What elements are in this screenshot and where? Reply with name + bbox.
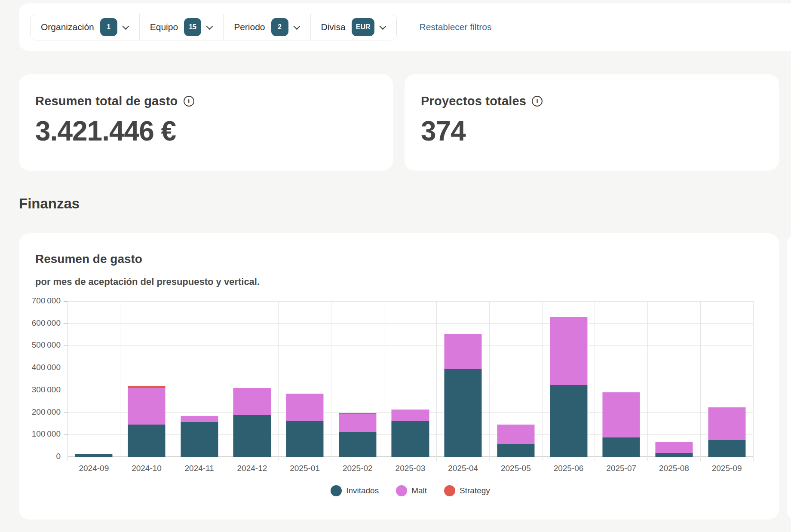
bar-segment-malt[interactable] [339, 414, 376, 432]
bar-column-2025-09 [700, 301, 753, 457]
plot-area: 0100 000200 000300 000400 000500 000600 … [67, 301, 753, 457]
bar-segment-malt[interactable] [497, 425, 534, 444]
bar-segment-invitados[interactable] [392, 421, 429, 457]
bar-segment-malt[interactable] [603, 392, 640, 437]
bar-segment-invitados[interactable] [233, 415, 271, 457]
bar-segment-malt[interactable] [392, 410, 429, 421]
bar-column-2024-10 [120, 301, 173, 457]
x-axis-label: 2025-09 [700, 464, 753, 473]
filter-bar: Organización1Equipo15Periodo2DivisaEUR R… [19, 3, 791, 51]
x-axis-label: 2024-11 [173, 464, 226, 473]
filter-count-badge: EUR [352, 18, 375, 36]
bar-segment-invitados[interactable] [603, 437, 640, 457]
bar-segment-invitados[interactable] [445, 369, 482, 457]
bar-column-2025-07 [595, 301, 648, 457]
filter-count-badge: 1 [100, 18, 117, 36]
y-axis-label: 300 000 [32, 385, 61, 394]
filter-equipo[interactable]: Equipo15 [140, 14, 224, 40]
reset-filters-link[interactable]: Restablecer filtros [419, 22, 491, 32]
bar-stack [233, 388, 271, 457]
legend-swatch-icon [396, 485, 407, 496]
legend-item-invitados[interactable]: Invitados [331, 485, 379, 496]
x-axis-label: 2024-12 [226, 464, 279, 473]
x-axis-label: 2025-03 [384, 464, 437, 473]
bar-stack [497, 425, 534, 457]
bar-stack [286, 394, 324, 457]
section-title-finanzas: Finanzas [19, 196, 791, 212]
total-spend-card: Resumen total de gasto i 3.421.446 € [19, 74, 393, 171]
filter-label: Periodo [234, 22, 265, 32]
total-projects-title: Proyectos totales [421, 94, 526, 108]
legend-label: Strategy [460, 486, 490, 495]
filter-divisa[interactable]: DivisaEUR [311, 14, 397, 40]
filter-group: Organización1Equipo15Periodo2DivisaEUR [30, 14, 397, 40]
filter-periodo[interactable]: Periodo2 [224, 14, 310, 40]
bars-layer [67, 301, 753, 457]
x-axis-label: 2025-04 [437, 464, 490, 473]
info-icon[interactable]: i [184, 96, 194, 107]
bar-segment-malt[interactable] [128, 388, 165, 424]
bar-column-2024-12 [226, 301, 279, 457]
bar-segment-invitados[interactable] [181, 422, 218, 457]
filter-label: Equipo [150, 22, 178, 32]
bar-segment-invitados[interactable] [655, 453, 693, 457]
legend-item-malt[interactable]: Malt [396, 485, 427, 496]
chevron-down-icon [293, 23, 300, 30]
total-projects-card: Proyectos totales i 374 [405, 74, 779, 171]
bar-column-2025-02 [331, 301, 384, 457]
bar-stack [655, 442, 693, 457]
bar-column-2025-01 [279, 301, 331, 457]
bar-stack [392, 410, 429, 457]
bar-column-2025-06 [542, 301, 595, 457]
bar-column-2024-11 [173, 301, 226, 457]
y-axis-label: 700 000 [32, 296, 61, 306]
bar-stack [181, 416, 218, 457]
filter-count-badge: 15 [184, 18, 201, 36]
bar-column-2024-09 [67, 301, 120, 457]
total-projects-value: 374 [421, 115, 779, 147]
legend-swatch-icon [444, 485, 455, 496]
filter-count-badge: 2 [271, 18, 288, 36]
bar-segment-invitados[interactable] [708, 440, 745, 457]
bar-segment-malt[interactable] [286, 394, 324, 421]
bar-segment-invitados[interactable] [550, 385, 587, 457]
bar-segment-invitados[interactable] [75, 454, 113, 457]
next-card-sliver [787, 234, 791, 520]
y-axis-label: 0 [56, 452, 61, 461]
legend-item-strategy[interactable]: Strategy [444, 485, 490, 496]
bar-column-2025-08 [648, 301, 701, 457]
spend-summary-chart-card: Resumen de gasto por mes de aceptación d… [19, 233, 779, 520]
bar-segment-invitados[interactable] [128, 425, 165, 457]
chart-subtitle: por mes de aceptación del presupuesto y … [35, 276, 762, 287]
x-axis-label: 2025-02 [331, 464, 384, 473]
summary-cards-row: Resumen total de gasto i 3.421.446 € Pro… [19, 74, 779, 171]
bar-segment-invitados[interactable] [339, 432, 376, 457]
info-icon[interactable]: i [532, 96, 543, 107]
bar-stack [445, 334, 482, 457]
chevron-down-icon [122, 23, 129, 30]
bar-segment-invitados[interactable] [497, 444, 534, 457]
filter-organizacion[interactable]: Organización1 [31, 14, 140, 40]
bar-segment-malt[interactable] [181, 416, 218, 422]
y-axis-label: 500 000 [32, 340, 61, 350]
y-axis-label: 100 000 [32, 429, 61, 439]
y-axis-label: 600 000 [32, 318, 61, 328]
bar-segment-malt[interactable] [233, 388, 271, 415]
chart-legend: InvitadosMaltStrategy [67, 485, 753, 496]
legend-label: Malt [411, 486, 427, 495]
bar-stack [550, 317, 587, 457]
total-spend-value: 3.421.446 € [35, 115, 393, 147]
bar-stack [603, 392, 640, 457]
bar-column-2025-05 [490, 301, 543, 457]
bar-stack [708, 407, 745, 457]
bar-segment-malt[interactable] [655, 442, 693, 453]
bar-segment-malt[interactable] [445, 334, 482, 369]
total-spend-title: Resumen total de gasto [35, 94, 178, 108]
bar-segment-invitados[interactable] [286, 421, 324, 457]
filter-label: Organización [41, 22, 94, 32]
bar-segment-malt[interactable] [708, 407, 745, 440]
legend-label: Invitados [346, 486, 379, 495]
bar-segment-malt[interactable] [550, 317, 587, 385]
chart-title: Resumen de gasto [35, 252, 762, 266]
x-axis-label: 2025-08 [648, 464, 701, 473]
